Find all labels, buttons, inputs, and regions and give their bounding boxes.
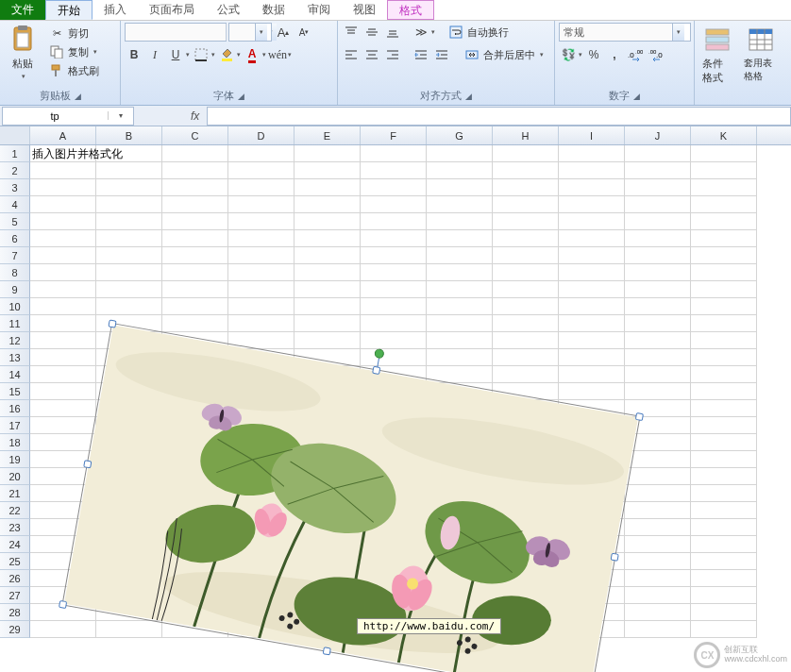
cell-I29[interactable]: [559, 621, 625, 638]
cell-D14[interactable]: [228, 366, 295, 383]
cell-B1[interactable]: [96, 145, 162, 162]
cell-H14[interactable]: [493, 366, 559, 383]
cell-A22[interactable]: [30, 502, 96, 519]
cell-I5[interactable]: [559, 213, 625, 230]
cell-A10[interactable]: [30, 298, 96, 315]
cell-D17[interactable]: [228, 417, 295, 434]
cell-G17[interactable]: [427, 417, 493, 434]
cell-D16[interactable]: [228, 400, 295, 417]
row-header-25[interactable]: 25: [0, 553, 30, 570]
cell-B27[interactable]: [96, 587, 162, 604]
cell-F17[interactable]: [361, 417, 427, 434]
font-size-combo[interactable]: ▾: [228, 23, 272, 42]
cell-E27[interactable]: [295, 587, 361, 604]
cell-A5[interactable]: [30, 213, 96, 230]
row-header-14[interactable]: 14: [0, 366, 30, 383]
cell-D26[interactable]: [228, 570, 295, 587]
font-color-button[interactable]: A▾: [243, 45, 266, 64]
row-header-1[interactable]: 1: [0, 145, 30, 162]
row-header-18[interactable]: 18: [0, 434, 30, 451]
tab-data[interactable]: 数据: [251, 0, 296, 20]
row-header-29[interactable]: 29: [0, 621, 30, 638]
cell-H20[interactable]: [493, 468, 559, 485]
cell-B12[interactable]: [96, 332, 162, 349]
cell-A26[interactable]: [30, 570, 96, 587]
cell-C29[interactable]: [162, 621, 228, 638]
cell-H11[interactable]: [493, 315, 559, 332]
cell-A16[interactable]: [30, 400, 96, 417]
cell-E10[interactable]: [295, 298, 361, 315]
cell-D12[interactable]: [228, 332, 295, 349]
cell-E8[interactable]: [295, 264, 361, 281]
cell-D23[interactable]: [228, 519, 295, 536]
cell-G14[interactable]: [427, 366, 493, 383]
cell-C23[interactable]: [162, 519, 228, 536]
cell-C10[interactable]: [162, 298, 228, 315]
cell-G23[interactable]: [427, 519, 493, 536]
cell-D10[interactable]: [228, 298, 295, 315]
cell-H27[interactable]: [493, 587, 559, 604]
align-center-button[interactable]: [362, 45, 381, 64]
cell-I8[interactable]: [559, 264, 625, 281]
cell-G26[interactable]: [427, 570, 493, 587]
cell-B3[interactable]: [96, 179, 162, 196]
increase-font-button[interactable]: A▴: [274, 23, 293, 42]
cell-I12[interactable]: [559, 332, 625, 349]
cell-F16[interactable]: [361, 400, 427, 417]
cell-A19[interactable]: [30, 451, 96, 468]
cell-C19[interactable]: [162, 451, 228, 468]
cell-D18[interactable]: [228, 434, 295, 451]
decrease-indent-button[interactable]: [412, 45, 430, 64]
cell-A27[interactable]: [30, 587, 96, 604]
cell-K6[interactable]: [691, 230, 757, 247]
cell-D27[interactable]: [228, 587, 295, 604]
cell-K23[interactable]: [691, 519, 757, 536]
cell-H8[interactable]: [493, 264, 559, 281]
cell-H29[interactable]: [493, 621, 559, 638]
cell-I17[interactable]: [559, 417, 625, 434]
phonetic-button[interactable]: wén▾: [268, 45, 292, 64]
cell-I14[interactable]: [559, 366, 625, 383]
cell-C1[interactable]: [162, 145, 228, 162]
cell-J3[interactable]: [625, 179, 691, 196]
cell-H1[interactable]: [493, 145, 559, 162]
cell-K21[interactable]: [691, 485, 757, 502]
row-header-24[interactable]: 24: [0, 536, 30, 553]
cell-H12[interactable]: [493, 332, 559, 349]
col-header-G[interactable]: G: [427, 126, 493, 144]
cell-D7[interactable]: [228, 247, 295, 264]
cell-G10[interactable]: [427, 298, 493, 315]
cell-B25[interactable]: [96, 553, 162, 570]
cell-A17[interactable]: [30, 417, 96, 434]
cell-F7[interactable]: [361, 247, 427, 264]
cell-B9[interactable]: [96, 281, 162, 298]
cell-H4[interactable]: [493, 196, 559, 213]
cell-I13[interactable]: [559, 349, 625, 366]
cell-J4[interactable]: [625, 196, 691, 213]
cell-D2[interactable]: [228, 162, 295, 179]
cell-F12[interactable]: [361, 332, 427, 349]
cell-C28[interactable]: [162, 604, 228, 621]
orientation-button[interactable]: ≫▾: [412, 23, 435, 42]
paste-button[interactable]: 粘贴 ▾: [4, 23, 42, 82]
cell-C13[interactable]: [162, 349, 228, 366]
cell-D9[interactable]: [228, 281, 295, 298]
cell-B7[interactable]: [96, 247, 162, 264]
cell-A11[interactable]: [30, 315, 96, 332]
cell-G12[interactable]: [427, 332, 493, 349]
increase-decimal-button[interactable]: .0.00: [626, 45, 645, 64]
cell-K3[interactable]: [691, 179, 757, 196]
cell-H19[interactable]: [493, 451, 559, 468]
cell-G27[interactable]: [427, 587, 493, 604]
select-all-button[interactable]: [0, 126, 30, 144]
row-header-16[interactable]: 16: [0, 400, 30, 417]
cell-K22[interactable]: [691, 502, 757, 519]
cell-G8[interactable]: [427, 264, 493, 281]
cell-E15[interactable]: [295, 383, 361, 400]
cell-D13[interactable]: [228, 349, 295, 366]
cell-C17[interactable]: [162, 417, 228, 434]
cell-D11[interactable]: [228, 315, 295, 332]
cell-C25[interactable]: [162, 553, 228, 570]
cell-D1[interactable]: [228, 145, 295, 162]
cell-G2[interactable]: [427, 162, 493, 179]
